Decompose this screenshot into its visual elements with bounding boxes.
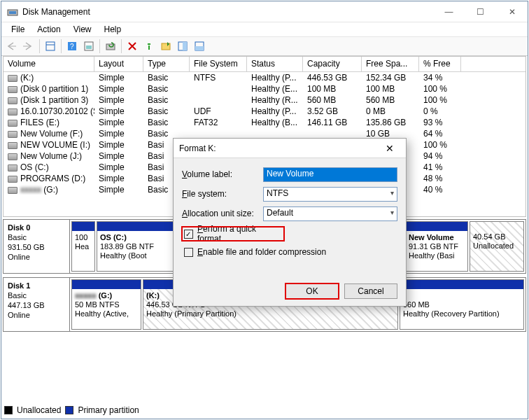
window-title: Disk Management [22,7,433,17]
disk0-unallocated[interactable]: 40.54 GBUnallocated [470,221,524,272]
tb-btn-1[interactable] [43,38,58,54]
app-icon [7,6,18,18]
disk0-part-os[interactable]: OS (C:)183.89 GB NTFHealthy (Boot [97,221,177,272]
disk0-part1[interactable]: 100Hea [71,221,95,272]
tb-btn-4[interactable] [175,38,190,54]
disk0-part-newvol[interactable]: New Volume91.31 GB NTFHealthy (Basi [405,221,468,272]
dialog-close-button[interactable]: ✕ [379,143,400,154]
menu-help[interactable]: Help [99,24,127,35]
menubar: File Action View Help [1,22,528,36]
col-capacity[interactable]: Capacity [303,57,362,71]
help-icon[interactable]: ? [64,38,80,54]
delete-icon[interactable] [125,38,140,54]
quick-format-checkbox[interactable]: ✓ [184,230,193,239]
file-system-select[interactable]: NTFS [263,187,397,202]
refresh-icon[interactable] [103,38,118,54]
col-layout[interactable]: Layout [94,57,143,71]
legend: Unallocated Primary partition [4,403,139,417]
properties-icon[interactable] [141,38,157,54]
volume-row[interactable]: FILES (E:)SimpleBasicFAT32Healthy (B...1… [3,117,526,128]
cancel-button[interactable]: Cancel [344,284,397,299]
file-system-label: File system: [182,189,263,199]
menu-view[interactable]: View [68,24,97,35]
volume-label-label: Volume label: [182,169,263,179]
volume-row[interactable]: (K:)SimpleBasicNTFSHealthy (P...446.53 G… [3,72,526,83]
toolbar: ? [1,36,528,56]
col-volume[interactable]: Volume [3,57,94,71]
svg-rect-1 [9,11,16,14]
svg-rect-13 [195,46,204,50]
dialog-title: Format K: [179,144,379,153]
ok-button[interactable]: OK [285,284,339,299]
col-filesystem[interactable]: File System [190,57,247,71]
menu-file[interactable]: File [6,24,30,35]
volume-row[interactable]: (Disk 0 partition 1)SimpleBasicHealthy (… [3,83,526,94]
compression-label: Enable file and folder compression [197,247,326,257]
allocation-unit-label: Allocation unit size: [182,209,263,218]
svg-rect-11 [183,42,187,50]
disk0-label: Disk 0 Basic 931.50 GB Online [3,220,70,273]
volume-row[interactable]: 16.0.10730.20102 (S:)SimpleBasicUDFHealt… [3,106,526,117]
svg-rect-7 [86,46,92,49]
svg-text:?: ? [70,43,74,50]
volume-label-input[interactable]: New Volume [263,167,397,182]
disk1-label: Disk 1 Basic 447.13 GB Online [3,278,70,331]
titlebar: Disk Management — ☐ ✕ [1,1,528,22]
volume-row[interactable]: (Disk 1 partition 3)SimpleBasicHealthy (… [3,94,526,106]
compression-checkbox[interactable] [184,248,193,257]
maximize-button[interactable]: ☐ [465,1,496,22]
allocation-unit-select[interactable]: Default [263,206,397,221]
forward-button[interactable] [21,38,36,54]
back-button[interactable] [4,38,20,54]
disk1-part-g[interactable]: xxxxx (G:)50 MB NTFSHealthy (Active, [71,279,141,330]
format-dialog: Format K: ✕ Volume label: New Volume Fil… [173,138,407,307]
col-type[interactable]: Type [143,57,190,71]
disk1-part-recovery[interactable]: 560 MBHealthy (Recovery Partition) [400,279,524,330]
tb-btn-2[interactable] [81,38,97,54]
svg-rect-2 [46,42,55,50]
col-pctfree[interactable]: % Free [419,57,461,71]
tb-btn-3[interactable] [158,38,174,54]
tb-btn-5[interactable] [192,38,207,54]
col-status[interactable]: Status [247,57,303,71]
column-headers: Volume Layout Type File System Status Ca… [3,57,526,72]
menu-action[interactable]: Action [31,24,66,35]
minimize-button[interactable]: — [433,1,465,22]
col-freespace[interactable]: Free Spa... [362,57,419,71]
close-button[interactable]: ✕ [496,1,528,22]
quick-format-label: Perform a quick format [197,224,282,244]
